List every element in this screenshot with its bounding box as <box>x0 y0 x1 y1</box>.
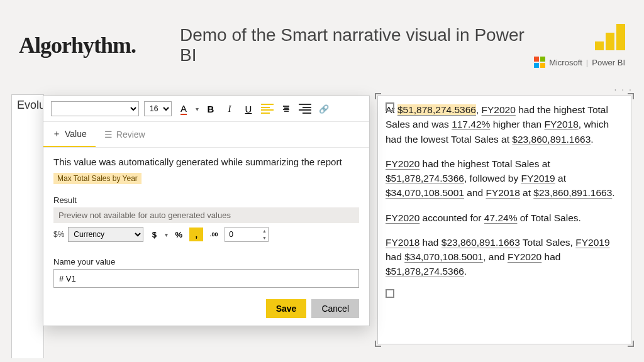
narrative-paragraph-2: FY2020 had the highest Total Sales at $5… <box>386 156 623 200</box>
underlying-visual-title: Evolut <box>11 94 44 358</box>
editor-tabs: ＋ Value ☰ Review <box>43 122 369 148</box>
italic-button[interactable]: I <box>223 102 236 116</box>
brand-logo: Algorhythm. <box>19 32 136 58</box>
narrative-paragraph-3: FY2020 accounted for 47.24% of Total Sal… <box>386 211 623 225</box>
value-panel: This value was automatically generated w… <box>43 148 369 326</box>
name-your-value-label: Name your value <box>53 257 359 266</box>
currency-symbol-chip[interactable]: $ <box>147 228 161 241</box>
chevron-down-icon[interactable]: ▾ <box>196 106 199 112</box>
tab-review[interactable]: ☰ Review <box>96 122 154 147</box>
percent-chip[interactable]: % <box>172 228 186 241</box>
page-title: Demo of the Smart narrative visual in Po… <box>180 25 534 65</box>
thousands-separator-chip[interactable]: , <box>189 228 203 241</box>
tab-value-label: Value <box>65 129 87 139</box>
product-brand: Microsoft | Power BI <box>534 23 625 68</box>
result-label: Result <box>53 195 359 205</box>
underline-button[interactable]: U <box>242 102 255 116</box>
value-name-input[interactable] <box>53 269 359 288</box>
result-preview: Preview not available for auto generated… <box>53 207 359 223</box>
list-icon: ☰ <box>104 129 113 140</box>
highlight-max-sales: $51,878,274.5366 <box>397 104 476 115</box>
font-family-select[interactable] <box>51 101 139 116</box>
product-label: Power BI <box>592 58 625 67</box>
narrative-paragraph-4: FY2018 had $23,860,891.1663 Total Sales,… <box>386 235 623 279</box>
microsoft-icon <box>534 57 545 68</box>
format-row: $% Currency $ ▾ % , .00 ▲▼ <box>53 223 359 246</box>
decimal-places-stepper[interactable]: ▲▼ <box>225 227 269 242</box>
cancel-button[interactable]: Cancel <box>311 299 359 318</box>
save-button[interactable]: Save <box>266 299 307 318</box>
font-color-button[interactable]: A <box>177 102 191 116</box>
tab-value[interactable]: ＋ Value <box>43 122 96 147</box>
auto-generated-message: This value was automatically generated w… <box>53 156 359 167</box>
plus-icon: ＋ <box>52 128 61 140</box>
tab-review-label: Review <box>116 129 145 140</box>
bold-button[interactable]: B <box>204 102 218 116</box>
narrative-paragraph-1: At $51,878,274.5366, FY2020 had the high… <box>386 102 623 146</box>
align-right-button[interactable] <box>298 102 312 116</box>
page-header: Algorhythm. Demo of the Smart narrative … <box>0 0 644 82</box>
chevron-down-icon[interactable]: ▾ <box>165 231 168 238</box>
font-size-select[interactable]: 16 <box>144 101 172 116</box>
text-format-toolbar: 16 A ▾ B I U 🔗 <box>43 96 369 122</box>
value-tag: Max Total Sales by Year <box>53 173 142 184</box>
align-center-button[interactable] <box>279 102 293 116</box>
microsoft-label: Microsoft <box>549 58 582 67</box>
insert-link-button[interactable]: 🔗 <box>317 102 331 116</box>
format-type-select[interactable]: Currency <box>68 227 143 242</box>
value-editor-popover: 16 A ▾ B I U 🔗 ＋ Value ☰ Review This val… <box>43 96 370 326</box>
smart-narrative-visual[interactable]: At $51,878,274.5366, FY2020 had the high… <box>377 96 631 344</box>
powerbi-icon <box>595 23 625 50</box>
format-icon: $% <box>53 230 64 239</box>
decimal-places-input[interactable] <box>225 228 260 241</box>
brand-divider: | <box>586 58 588 67</box>
decrease-decimals-chip[interactable]: .00 <box>207 228 221 241</box>
align-left-button[interactable] <box>260 102 274 116</box>
